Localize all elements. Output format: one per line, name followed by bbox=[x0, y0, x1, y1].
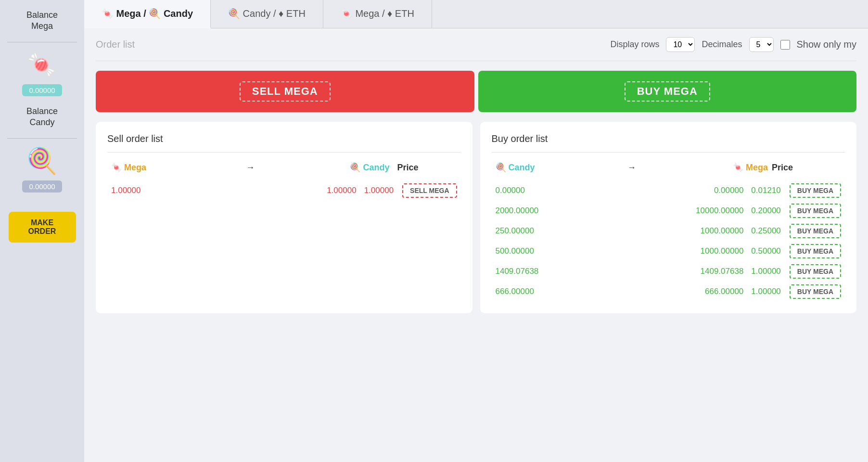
buy-panel-title: Buy order list bbox=[492, 133, 845, 144]
candy-balance: 0.00000 bbox=[22, 180, 62, 192]
buy-candy-1: 0.00000 bbox=[496, 186, 620, 195]
sell-col-candy: 🍭 Candy bbox=[258, 162, 389, 173]
buy-mega-1: 0.00000 bbox=[619, 186, 743, 195]
sidebar: Balance Mega 🍬 0.00000 Balance Candy 🍭 0… bbox=[0, 0, 84, 462]
buy-candy-6: 666.00000 bbox=[496, 287, 620, 296]
buy-order-row-4: 500.00000 1000.00000 0.50000 BUY MEGA bbox=[492, 241, 845, 261]
decimals-select[interactable]: 5 2 8 bbox=[749, 37, 774, 52]
show-only-label: Show only my bbox=[797, 39, 857, 50]
buy-mega-2: 10000.00000 bbox=[619, 206, 743, 216]
buy-order-row-2: 2000.00000 10000.00000 0.20000 BUY MEGA bbox=[492, 201, 845, 221]
sell-row-mega: 1.00000 bbox=[111, 186, 234, 195]
buy-col-candy: 🍭 Candy bbox=[496, 162, 624, 173]
mega-balance: 0.00000 bbox=[22, 84, 62, 96]
buy-price-3: 0.25000 bbox=[751, 226, 780, 236]
buy-price-2: 0.20000 bbox=[751, 206, 780, 216]
sidebar-divider-2 bbox=[7, 138, 77, 139]
buy-panel-divider bbox=[492, 152, 845, 153]
sell-col-mega: 🍬 Mega bbox=[111, 162, 242, 173]
tab-mega-eth[interactable]: 🍬 Mega / ♦ ETH bbox=[323, 0, 432, 28]
tab-candy-eth[interactable]: 🍭 Candy / ♦ ETH bbox=[211, 0, 323, 28]
buy-order-row-5: 1409.07638 1409.07638 1.00000 BUY MEGA bbox=[492, 261, 845, 282]
sell-panel-title: Sell order list bbox=[107, 133, 461, 144]
buy-order-row-1: 0.00000 0.00000 0.01210 BUY MEGA bbox=[492, 180, 845, 201]
order-panels: Sell order list 🍬 Mega → 🍭 Candy Price 1… bbox=[96, 122, 856, 313]
buy-order-row-3: 250.00000 1000.00000 0.25000 BUY MEGA bbox=[492, 221, 845, 241]
buy-row-button-4[interactable]: BUY MEGA bbox=[790, 244, 841, 258]
tab-mega-candy[interactable]: 🍬 Mega / 🍭 Candy bbox=[84, 0, 211, 28]
buy-row-button-5[interactable]: BUY MEGA bbox=[790, 264, 841, 279]
order-controls-bar: Order list Display rows 10 20 50 Decimal… bbox=[96, 28, 856, 61]
buy-col-mega: 🍬 Mega bbox=[640, 162, 768, 173]
main-panel: 🍬 Mega / 🍭 Candy 🍭 Candy / ♦ ETH 🍬 Mega … bbox=[84, 0, 868, 462]
buy-arrow: → bbox=[627, 163, 636, 173]
sell-mega-label: SELL MEGA bbox=[240, 81, 331, 102]
display-rows-select[interactable]: 10 20 50 bbox=[666, 37, 695, 52]
buy-mega-5: 1409.07638 bbox=[619, 267, 743, 276]
sell-order-panel: Sell order list 🍬 Mega → 🍭 Candy Price 1… bbox=[96, 122, 472, 313]
decimals-label: Decimales bbox=[702, 39, 742, 50]
sell-row-candy: 1.00000 bbox=[234, 186, 357, 195]
balance-mega-label: Balance Mega bbox=[26, 10, 58, 32]
tabs-bar: 🍬 Mega / 🍭 Candy 🍭 Candy / ♦ ETH 🍬 Mega … bbox=[84, 0, 868, 28]
buy-mega-6: 666.00000 bbox=[619, 287, 743, 296]
display-rows-label: Display rows bbox=[610, 39, 659, 50]
candy-icon: 🍭 bbox=[26, 146, 58, 176]
content-area: Order list Display rows 10 20 50 Decimal… bbox=[84, 28, 868, 462]
buy-candy-4: 500.00000 bbox=[496, 246, 620, 256]
buy-price-6: 1.00000 bbox=[751, 287, 780, 296]
buy-candy-5: 1409.07638 bbox=[496, 267, 620, 276]
buy-mega-3: 1000.00000 bbox=[619, 226, 743, 236]
buy-mega-button[interactable]: BUY MEGA bbox=[478, 71, 857, 112]
buy-col-price: Price bbox=[772, 163, 793, 173]
sidebar-divider-1 bbox=[7, 42, 77, 42]
buy-row-button-6[interactable]: BUY MEGA bbox=[790, 284, 841, 299]
sell-panel-divider bbox=[107, 152, 461, 153]
buy-order-panel: Buy order list 🍭 Candy → 🍬 Mega Price 0.… bbox=[480, 122, 857, 313]
buy-mega-label: BUY MEGA bbox=[625, 81, 710, 102]
buy-price-4: 0.50000 bbox=[751, 246, 780, 256]
sell-row-button[interactable]: SELL MEGA bbox=[402, 183, 457, 198]
buy-candy-2: 2000.00000 bbox=[496, 206, 620, 216]
buy-row-button-2[interactable]: BUY MEGA bbox=[790, 204, 841, 218]
buy-row-button-1[interactable]: BUY MEGA bbox=[790, 183, 841, 198]
sell-arrow: → bbox=[246, 163, 255, 173]
mega-icon: 🍬 bbox=[26, 50, 58, 79]
buy-mega-4: 1000.00000 bbox=[619, 246, 743, 256]
buy-row-button-3[interactable]: BUY MEGA bbox=[790, 224, 841, 238]
controls-right: Display rows 10 20 50 Decimales 5 2 8 Sh… bbox=[610, 37, 856, 52]
buy-order-row-6: 666.00000 666.00000 1.00000 BUY MEGA bbox=[492, 282, 845, 302]
order-list-label: Order list bbox=[96, 39, 610, 50]
buy-order-header: 🍭 Candy → 🍬 Mega Price bbox=[492, 162, 845, 173]
buy-price-1: 0.01210 bbox=[751, 186, 780, 195]
action-buttons: SELL MEGA BUY MEGA bbox=[96, 71, 856, 112]
sell-col-price: Price bbox=[397, 163, 418, 173]
sell-order-row: 1.00000 1.00000 1.00000 SELL MEGA bbox=[107, 180, 461, 201]
sell-row-price: 1.00000 bbox=[364, 186, 394, 195]
sell-mega-button[interactable]: SELL MEGA bbox=[96, 71, 474, 112]
sell-order-header: 🍬 Mega → 🍭 Candy Price bbox=[107, 162, 461, 173]
buy-candy-3: 250.00000 bbox=[496, 226, 620, 236]
make-order-button[interactable]: MAKE ORDER bbox=[9, 212, 76, 243]
balance-candy-label: Balance Candy bbox=[26, 106, 58, 128]
show-only-my-checkbox[interactable] bbox=[780, 40, 790, 50]
buy-price-5: 1.00000 bbox=[751, 267, 780, 276]
